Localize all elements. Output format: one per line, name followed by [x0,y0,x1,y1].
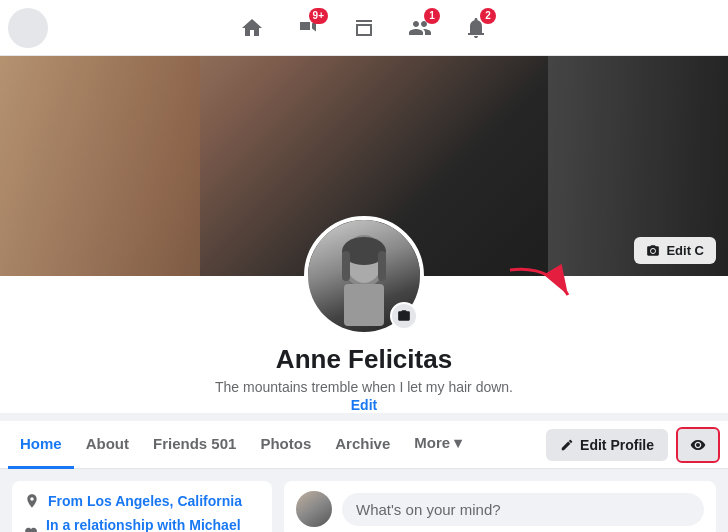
tab-about[interactable]: About [74,421,141,469]
location-value: Los Angeles, California [87,493,242,509]
notifications-nav-icon[interactable]: 2 [452,4,500,52]
view-as-button[interactable] [676,427,720,463]
post-box: What's on your mind? [284,481,716,532]
relationship-text: In a relationship with Michael Briggs [46,517,260,532]
tab-friends[interactable]: Friends 501 [141,421,248,469]
edit-cover-button[interactable]: Edit C [634,237,716,264]
tab-photos[interactable]: Photos [248,421,323,469]
profile-name: Anne Felicitas [276,344,452,375]
tab-list: Home About Friends 501 Photos Archive Mo… [8,421,546,469]
edit-profile-button[interactable]: Edit Profile [546,429,668,461]
edit-profile-label: Edit Profile [580,437,654,453]
top-nav: 9+ 1 2 [0,0,728,56]
marketplace-nav-icon[interactable] [340,4,388,52]
friends-nav-icon[interactable]: 1 [396,4,444,52]
notifications-badge: 2 [480,8,496,24]
profile-actions: Edit Profile [546,427,720,463]
profile-pic-wrapper [304,216,424,336]
svg-point-7 [361,286,377,296]
location-info: From Los Angeles, California [24,493,260,509]
relationship-info: In a relationship with Michael Briggs [24,517,260,532]
bottom-content: From Los Angeles, California In a relati… [0,469,728,532]
post-avatar [296,491,332,527]
profile-section: Anne Felicitas The mountains tremble whe… [0,276,728,413]
change-profile-pic-button[interactable] [390,302,418,330]
right-panel: What's on your mind? Live Video Photo/Vi… [284,481,716,532]
location-text: From Los Angeles, California [48,493,242,509]
nav-icons: 9+ 1 2 [228,4,500,52]
tab-home[interactable]: Home [8,421,74,469]
svg-rect-5 [378,251,386,281]
relationship-value: Michael Briggs [46,517,240,532]
edit-cover-label: Edit C [666,243,704,258]
profile-tabs: Home About Friends 501 Photos Archive Mo… [0,421,728,469]
video-badge: 9+ [309,8,328,24]
post-input[interactable]: What's on your mind? [342,493,704,526]
tab-archive[interactable]: Archive [323,421,402,469]
profile-bio: The mountains tremble when I let my hair… [215,379,513,395]
edit-bio-link[interactable]: Edit [351,397,377,413]
left-panel: From Los Angeles, California In a relati… [12,481,272,532]
tab-more[interactable]: More ▾ [402,421,474,469]
home-nav-icon[interactable] [228,4,276,52]
logo-avatar[interactable] [8,8,48,48]
friends-badge: 1 [424,8,440,24]
svg-rect-4 [342,251,350,281]
video-nav-icon[interactable]: 9+ [284,4,332,52]
